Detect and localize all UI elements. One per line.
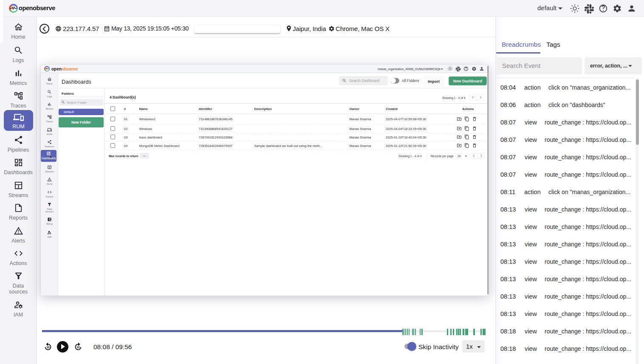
svg-text:10: 10 bbox=[46, 346, 50, 349]
svg-text:10: 10 bbox=[76, 346, 80, 349]
